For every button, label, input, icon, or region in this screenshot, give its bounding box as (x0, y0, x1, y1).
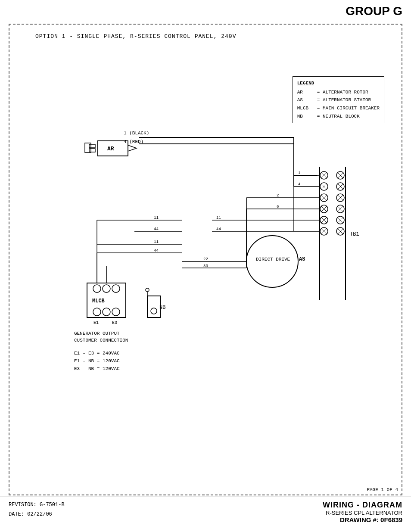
subtitle-label: R-SERIES CPL ALTERNATOR (323, 510, 402, 516)
footer-left: REVISION: G-7501-B DATE: 02/22/06 (9, 501, 323, 519)
svg-point-83 (146, 288, 149, 292)
svg-rect-1 (89, 144, 95, 148)
main-diagram-box: OPTION 1 - SINGLE PHASE, R-SERIES CONTRO… (9, 24, 402, 495)
svg-text:33: 33 (203, 264, 208, 268)
group-title: GROUP G (346, 4, 402, 18)
footer-right: WIRING - DIAGRAM R-SERIES CPL ALTERNATOR… (323, 501, 402, 523)
date-label: DATE: 02/22/06 (9, 510, 323, 520)
tb1-label: TB1 (350, 231, 359, 237)
page-number: PAGE 1 OF 4 (367, 487, 398, 492)
e3-nb-spec: E3 - NB = 120VAC (74, 366, 120, 371)
drawing-number: DRAWING #: 0F6839 (323, 516, 402, 523)
mlcb-label: MLCB (92, 298, 105, 304)
svg-text:11: 11 (154, 216, 159, 220)
svg-text:22: 22 (203, 257, 208, 261)
footer: REVISION: G-7501-B DATE: 02/22/06 WIRING… (0, 497, 411, 532)
svg-point-81 (151, 308, 157, 314)
svg-text:44: 44 (154, 249, 159, 253)
as-label: AS (299, 256, 305, 262)
ar-label: AR (107, 146, 114, 152)
svg-text:11: 11 (154, 240, 159, 244)
svg-text:6: 6 (277, 205, 279, 209)
svg-text:44: 44 (216, 227, 221, 231)
revision-label: REVISION: G-7501-B (9, 501, 323, 510)
svg-marker-4 (128, 145, 137, 151)
svg-point-75 (103, 285, 110, 292)
cust-conn-label: CUSTOMER CONNECTION (74, 338, 128, 343)
svg-text:11: 11 (216, 216, 221, 220)
e1-label: E1 (93, 320, 99, 325)
svg-text:44: 44 (154, 227, 159, 231)
e1-e3-spec: E1 - E3 = 240VAC (74, 351, 120, 356)
wire1-label: 1 (BLACK) (124, 131, 149, 136)
svg-rect-2 (89, 149, 95, 152)
nb-label: NB (159, 305, 165, 311)
page-container: GROUP G OPTION 1 - SINGLE PHASE, R-SERIE… (0, 0, 411, 532)
e3-label: E3 (112, 320, 117, 325)
diagram-title: OPTION 1 - SINGLE PHASE, R-SERIES CONTRO… (35, 33, 236, 40)
direct-drive-label: DIRECT DRIVE (256, 257, 290, 262)
svg-text:4: 4 (298, 182, 300, 187)
wiring-diagram-svg: 1 (BLACK) 4 (RED) AR (18, 50, 393, 404)
svg-point-79 (112, 308, 120, 316)
wiring-title: WIRING - DIAGRAM (323, 501, 402, 510)
svg-point-78 (103, 308, 110, 316)
gen-output-label: GENERATOR OUTPUT (74, 331, 120, 336)
svg-text:2: 2 (277, 193, 279, 198)
e1-nb-spec: E1 - NB = 120VAC (74, 358, 120, 364)
svg-point-76 (112, 285, 120, 292)
svg-point-74 (93, 285, 101, 292)
svg-point-77 (93, 308, 101, 316)
svg-text:1: 1 (298, 171, 300, 175)
